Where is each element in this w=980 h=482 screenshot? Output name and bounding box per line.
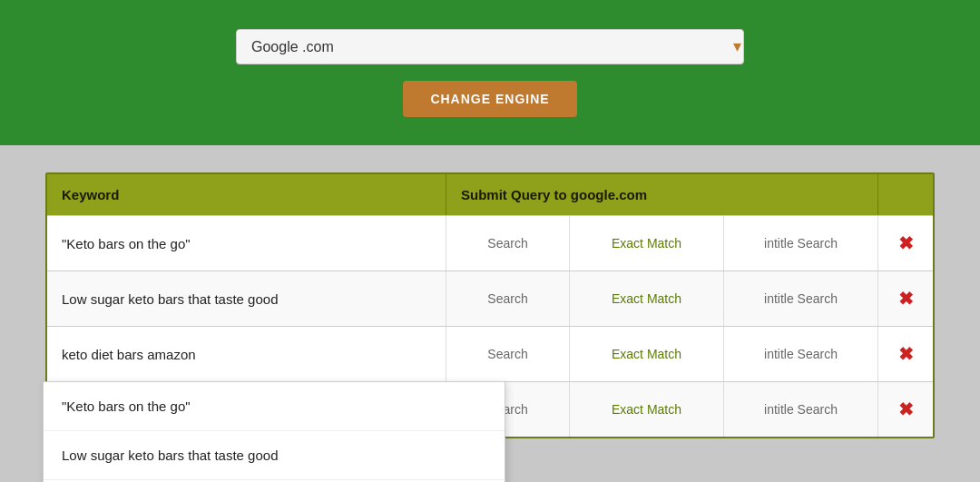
dropdown-item[interactable]: "Keto bars on the go"	[44, 382, 505, 431]
header-keyword: Keyword	[47, 174, 446, 215]
delete-cell[interactable]: ✖	[878, 271, 933, 326]
intitle-link[interactable]: intitle Search	[724, 382, 878, 437]
keyword-cell: keto diet bars amazon	[47, 327, 446, 381]
table-row: Low sugar keto bars that taste good Sear…	[47, 271, 933, 326]
search-link[interactable]: Search	[446, 327, 570, 381]
table-header: Keyword Submit Query to google.com	[47, 174, 933, 215]
search-link[interactable]: Search	[446, 216, 570, 271]
delete-cell[interactable]: ✖	[878, 327, 933, 381]
header-delete	[878, 174, 933, 215]
exact-match-link[interactable]: Exact Match	[570, 327, 724, 381]
exact-match-link[interactable]: Exact Match	[570, 382, 724, 437]
exact-match-link[interactable]: Exact Match	[570, 271, 724, 326]
delete-icon[interactable]: ✖	[898, 343, 914, 365]
change-engine-button[interactable]: CHANGE ENGINE	[403, 81, 576, 117]
engine-select-wrapper: Google .com Google .co.uk Bing .com ▾	[236, 29, 744, 64]
delete-icon[interactable]: ✖	[898, 398, 914, 420]
intitle-link[interactable]: intitle Search	[724, 216, 878, 271]
delete-icon[interactable]: ✖	[898, 288, 914, 310]
exact-match-link[interactable]: Exact Match	[570, 216, 724, 271]
main-content: Keyword Submit Query to google.com "Keto…	[0, 145, 980, 466]
delete-cell[interactable]: ✖	[878, 216, 933, 271]
delete-icon[interactable]: ✖	[898, 232, 914, 254]
engine-select[interactable]: Google .com Google .co.uk Bing .com	[236, 29, 744, 64]
keyword-cell: Low sugar keto bars that taste good	[47, 271, 446, 326]
header-submit-query: Submit Query to google.com	[446, 174, 878, 215]
dropdown-item[interactable]: Low sugar keto bars that taste good	[44, 431, 505, 480]
keyword-dropdown: "Keto bars on the go" Low sugar keto bar…	[43, 381, 505, 482]
search-link[interactable]: Search	[446, 271, 570, 326]
keyword-cell: "Keto bars on the go"	[47, 216, 446, 271]
table-row: keto diet bars amazon Search Exact Match…	[47, 326, 933, 381]
intitle-link[interactable]: intitle Search	[724, 271, 878, 326]
table-row: "Keto bars on the go" Search Exact Match…	[47, 215, 933, 271]
delete-cell[interactable]: ✖	[878, 382, 933, 437]
top-header: Google .com Google .co.uk Bing .com ▾ CH…	[0, 0, 980, 145]
intitle-link[interactable]: intitle Search	[724, 327, 878, 381]
